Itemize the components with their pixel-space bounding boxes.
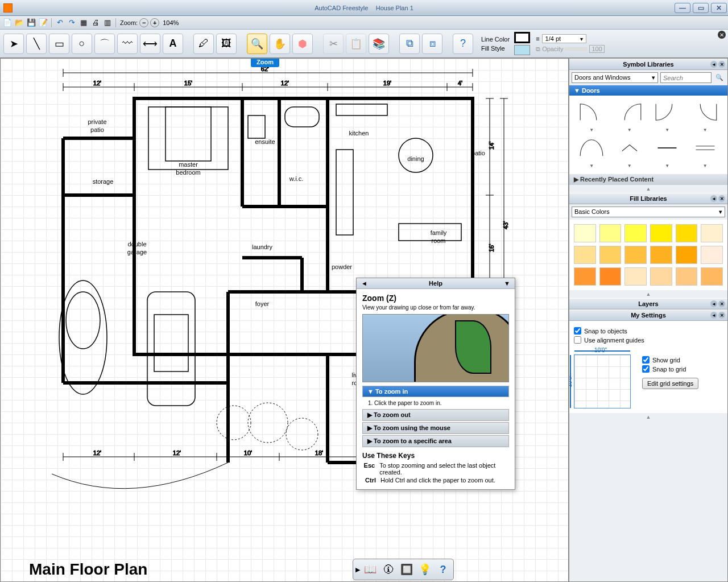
color-swatch[interactable] <box>650 246 672 264</box>
layout-icon[interactable]: ▥ <box>102 18 113 28</box>
door-symbol[interactable]: ▼ <box>651 137 684 168</box>
line-width-select[interactable]: 1/4 pt▾ <box>542 34 587 43</box>
blocks-icon[interactable]: 🔲 <box>399 562 415 577</box>
minimize-button[interactable]: — <box>675 3 690 13</box>
brush-tool[interactable]: 🖊 <box>193 34 214 54</box>
edit-icon[interactable]: 📝 <box>38 18 48 28</box>
zoom-out-button[interactable]: − <box>139 18 148 27</box>
symbol-search-input[interactable] <box>660 72 712 83</box>
symbol-library-select[interactable]: Doors and Windows ▾ <box>572 72 658 83</box>
help-collapse-icon[interactable]: ▼ <box>504 280 510 287</box>
fill-swatch[interactable] <box>514 45 530 55</box>
canvas[interactable]: Zoom 62' 12' 15' 12' 19' 4' 43' <box>0 58 569 582</box>
circle-tool[interactable]: ○ <box>72 34 92 54</box>
zoom-in-button[interactable]: + <box>150 18 159 27</box>
new-icon[interactable]: 📄 <box>2 18 13 28</box>
color-swatch[interactable] <box>574 224 596 242</box>
lightbulb-icon[interactable]: 💡 <box>417 562 433 577</box>
help-sect-zoom-area[interactable]: ▶ To zoom to a specific area <box>362 435 509 447</box>
search-icon[interactable]: 🔍 <box>715 74 723 81</box>
layers-header[interactable]: Layers◄✕ <box>569 298 727 309</box>
help-heading: Zoom (Z) <box>362 294 509 303</box>
image-tool[interactable]: 🖼 <box>216 34 237 54</box>
door-symbol[interactable]: ▼ <box>575 101 609 133</box>
fill-libraries-header[interactable]: Fill Libraries◄✕ <box>569 193 727 204</box>
line-tool[interactable]: ╲ <box>26 34 47 54</box>
color-swatch[interactable] <box>599 224 622 242</box>
line-color-swatch[interactable] <box>514 32 530 43</box>
pan-tool[interactable]: ✋ <box>270 34 290 54</box>
library-tool[interactable]: 📚 <box>369 34 389 54</box>
recent-content-category[interactable]: ▶ Recently Placed Content <box>569 174 727 185</box>
curve-tool[interactable]: 〰 <box>117 34 138 54</box>
line-style-icon[interactable]: ≡ <box>536 35 539 42</box>
eraser-tool[interactable]: ⬢ <box>292 34 313 54</box>
color-swatch[interactable] <box>701 224 723 242</box>
color-swatch[interactable] <box>650 267 672 286</box>
ungroup-tool[interactable]: ⧈ <box>422 34 442 54</box>
color-swatch[interactable] <box>701 246 723 264</box>
expand-up-icon[interactable]: ▲ <box>569 290 727 298</box>
color-swatch[interactable] <box>676 267 698 286</box>
mysettings-header[interactable]: My Settings◄✕ <box>569 309 727 321</box>
maximize-button[interactable]: ▭ <box>693 3 709 13</box>
door-symbol[interactable]: ▼ <box>689 137 722 168</box>
color-swatch[interactable] <box>701 267 723 286</box>
grid-icon[interactable]: ▦ <box>78 18 89 28</box>
door-symbol[interactable]: ▼ <box>613 137 647 168</box>
help-tool[interactable]: ? <box>453 34 473 54</box>
color-swatch[interactable] <box>599 267 622 286</box>
arc-tool[interactable]: ⌒ <box>94 34 115 54</box>
color-swatch[interactable] <box>624 267 647 286</box>
close-button[interactable]: ✕ <box>711 3 727 13</box>
cut-tool[interactable]: ✂ <box>323 34 344 54</box>
color-swatch[interactable] <box>624 224 647 242</box>
show-grid-checkbox[interactable]: Show grid <box>642 356 698 364</box>
color-swatch[interactable] <box>624 246 647 264</box>
panel-close-icon[interactable]: ✕ <box>718 31 726 39</box>
text-tool[interactable]: A <box>163 34 183 54</box>
select-tool[interactable]: ➤ <box>3 34 24 54</box>
dimension-tool[interactable]: ⟷ <box>140 34 160 54</box>
help-sect-zoom-in[interactable]: ▼ To zoom in <box>362 386 509 397</box>
door-symbol[interactable]: ▼ <box>689 101 722 133</box>
paste-tool[interactable]: 📋 <box>346 34 366 54</box>
color-swatch[interactable] <box>574 246 596 264</box>
snap-grid-checkbox[interactable]: Snap to grid <box>642 365 698 373</box>
save-icon[interactable]: 💾 <box>26 18 36 28</box>
redo-icon[interactable]: ↷ <box>67 18 77 28</box>
print-icon[interactable]: 🖨 <box>90 18 101 28</box>
align-guides-checkbox[interactable]: Use alignment guides <box>574 336 723 344</box>
snap-objects-checkbox[interactable]: Snap to objects <box>574 327 723 335</box>
fill-library-select[interactable]: Basic Colors▾ <box>572 207 725 217</box>
opacity-control[interactable]: ⧉Opacity 100 <box>536 45 605 53</box>
info-icon[interactable]: 🛈 <box>380 562 396 577</box>
edit-grid-button[interactable]: Edit grid settings <box>642 378 698 389</box>
symbol-libraries-header[interactable]: Symbol Libraries◄✕ <box>569 59 727 70</box>
rect-tool[interactable]: ▭ <box>49 34 69 54</box>
question-icon[interactable]: ? <box>435 562 451 577</box>
doors-category[interactable]: ▼ Doors <box>569 85 727 96</box>
door-symbol[interactable]: ▼ <box>651 101 684 133</box>
color-swatch[interactable] <box>574 267 596 286</box>
group-tool[interactable]: ⧉ <box>399 34 420 54</box>
color-swatch[interactable] <box>599 246 622 264</box>
expand-up-icon[interactable]: ▲ <box>569 413 727 421</box>
expand-up-icon[interactable]: ▲ <box>569 185 727 193</box>
door-symbol[interactable]: ▼ <box>613 101 647 133</box>
help-sect-zoom-out[interactable]: ▶ To zoom out <box>362 409 509 421</box>
svg-text:privatepatio: privatepatio <box>88 118 106 133</box>
svg-text:masterbedroom: masterbedroom <box>176 161 200 176</box>
svg-text:43': 43' <box>502 221 509 229</box>
door-symbol[interactable]: ▼ <box>575 137 609 168</box>
color-swatch[interactable] <box>676 224 698 242</box>
help-book-icon[interactable]: 📖 <box>362 562 378 577</box>
help-sect-zoom-mouse[interactable]: ▶ To zoom using the mouse <box>362 422 509 434</box>
svg-text:12': 12' <box>93 449 101 456</box>
svg-rect-52 <box>336 150 353 235</box>
zoom-tool[interactable]: 🔍 <box>247 34 267 54</box>
color-swatch[interactable] <box>650 224 672 242</box>
color-swatch[interactable] <box>676 246 698 264</box>
open-icon[interactable]: 📂 <box>14 18 24 28</box>
undo-icon[interactable]: ↶ <box>55 18 65 28</box>
